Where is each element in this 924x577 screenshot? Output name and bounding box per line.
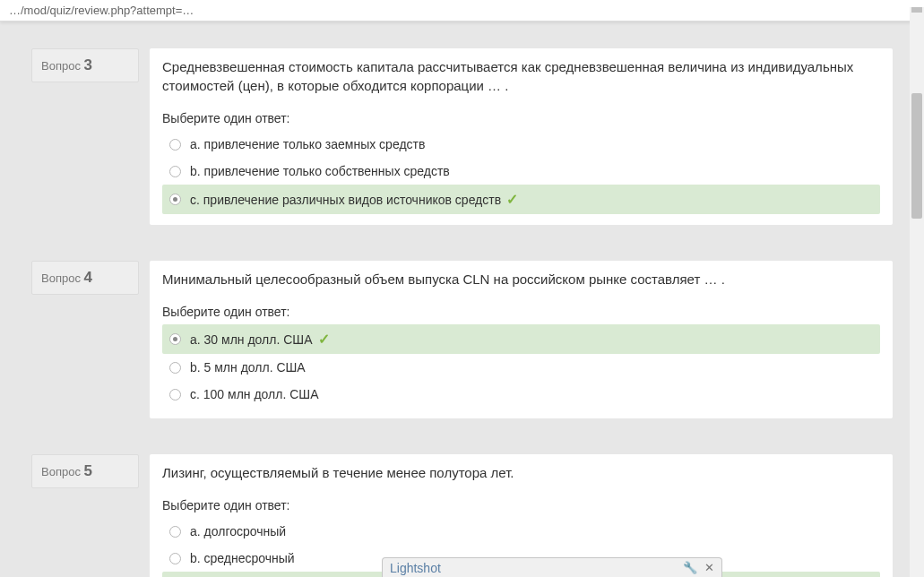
radio-icon	[169, 139, 181, 151]
scrollbar-thumb[interactable]	[911, 93, 922, 219]
answer-label: c. привлечение различных видов источнико…	[190, 193, 501, 207]
breadcrumb: …/mod/quiz/review.php?attempt=…	[0, 0, 924, 22]
question-number: 4	[84, 269, 92, 286]
answer-label: a. привлечение только заемных средств	[190, 137, 425, 151]
question-number-box: Вопрос 5	[31, 454, 139, 488]
answer-label: b. 5 млн долл. США	[190, 360, 306, 375]
choose-prompt: Выберите один ответ:	[162, 498, 880, 512]
question-number: 5	[84, 462, 92, 479]
question-3: Вопрос 3 Средневзвешенная стоимость капи…	[31, 48, 893, 225]
check-icon: ✓	[506, 191, 518, 208]
answer-option[interactable]: a. привлечение только заемных средств	[162, 131, 880, 158]
question-text: Средневзвешенная стоимость капитала расс…	[162, 57, 880, 95]
radio-icon	[169, 526, 181, 538]
quiz-content: Вопрос 3 Средневзвешенная стоимость капи…	[0, 22, 924, 577]
question-number: 3	[84, 56, 92, 73]
answer-option[interactable]: a. долгосрочный	[162, 518, 880, 545]
answer-label: b. среднесрочный	[190, 551, 295, 565]
radio-icon	[169, 362, 181, 374]
choose-prompt: Выберите один ответ:	[162, 111, 880, 125]
answer-label: a. 30 млн долл. США	[190, 332, 313, 347]
question-4: Вопрос 4 Минимальный целесообразный объе…	[31, 261, 893, 418]
question-text: Лизинг, осуществляемый в течение менее п…	[162, 463, 880, 482]
question-body: Минимальный целесообразный объем выпуска…	[150, 261, 893, 418]
question-label: Вопрос	[41, 271, 81, 285]
radio-icon	[169, 553, 181, 564]
answer-option[interactable]: b. привлечение только собственных средст…	[162, 158, 880, 185]
question-text: Минимальный целесообразный объем выпуска…	[162, 270, 880, 288]
answer-option[interactable]: c. 100 млн долл. США	[162, 381, 880, 408]
lightshot-bar[interactable]: Lightshot 🔧 ✕	[382, 557, 722, 577]
question-body: Средневзвешенная стоимость капитала расс…	[150, 48, 893, 225]
question-label: Вопрос	[41, 59, 81, 73]
scrollbar-corner	[911, 7, 922, 13]
wrench-icon[interactable]: 🔧	[683, 561, 697, 574]
close-icon[interactable]: ✕	[704, 561, 714, 574]
choose-prompt: Выберите один ответ:	[162, 305, 880, 319]
check-icon: ✓	[318, 331, 330, 348]
question-number-box: Вопрос 4	[31, 261, 139, 295]
radio-icon	[169, 166, 181, 177]
lightshot-label: Lightshot	[390, 561, 676, 575]
answer-option[interactable]: b. 5 млн долл. США	[162, 354, 880, 381]
answer-option-correct[interactable]: a. 30 млн долл. США ✓	[162, 324, 880, 354]
answer-label: b. привлечение только собственных средст…	[190, 164, 450, 178]
breadcrumb-text: …/mod/quiz/review.php?attempt=…	[9, 4, 194, 17]
answer-option-correct[interactable]: c. привлечение различных видов источнико…	[162, 185, 880, 214]
radio-icon-selected	[169, 194, 181, 205]
question-label: Вопрос	[41, 465, 81, 478]
question-number-box: Вопрос 3	[31, 48, 139, 82]
answer-label: c. 100 млн долл. США	[190, 387, 319, 401]
scrollbar[interactable]	[910, 7, 924, 577]
radio-icon	[169, 389, 181, 400]
answer-label: a. долгосрочный	[190, 524, 286, 538]
radio-icon-selected	[169, 333, 181, 345]
